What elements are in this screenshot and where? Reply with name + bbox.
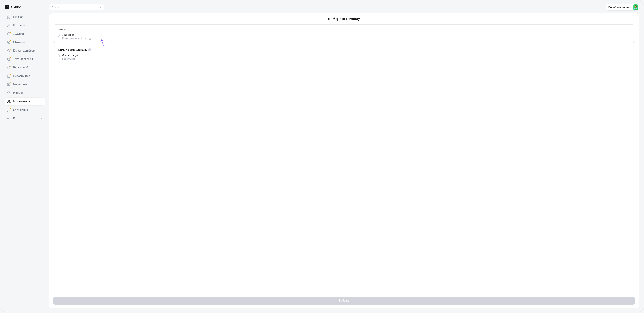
user-name: Воробьев Кирилл: [608, 6, 631, 9]
sidebar-item-label: Сообщения: [13, 109, 28, 112]
sidebar-item-profile[interactable]: Профиль: [4, 21, 45, 29]
option-title: Моя команда: [62, 54, 78, 57]
sidebar-item-tests[interactable]: Тесты и опросы: [4, 55, 45, 63]
option-subtitle: 10 сотрудников · 1 команда: [62, 37, 92, 39]
user-menu[interactable]: Воробьев Кирилл 👨‍💼: [606, 3, 640, 11]
search-input[interactable]: [48, 4, 104, 10]
graduation-icon: [7, 49, 11, 52]
sidebar-item-media[interactable]: Медиатека: [4, 81, 45, 88]
sidebar-item-tasks[interactable]: Задания: [4, 30, 45, 38]
svg-rect-11: [8, 75, 10, 78]
notification-dot: [10, 74, 11, 75]
more-icon: [7, 117, 11, 121]
sidebar-item-label: Задания: [13, 32, 24, 35]
notification-dot: [10, 57, 11, 58]
search-box: [48, 4, 104, 10]
svg-point-18: [8, 100, 9, 102]
sidebar-item-team[interactable]: Моя команда: [4, 97, 45, 106]
chevron-right-icon: [40, 117, 43, 120]
sidebar-item-label: Моя команда: [13, 100, 30, 103]
notification-dot: [10, 49, 11, 50]
sidebar-item-home[interactable]: Главная: [4, 13, 45, 21]
svg-rect-6: [8, 58, 10, 60]
sidebar-item-label: Главная: [13, 15, 23, 18]
help-icon[interactable]: ?: [88, 48, 91, 51]
notification-dot: [10, 40, 11, 41]
option-subtitle: 1 сотрудник: [62, 57, 78, 60]
sidebar-item-label: Курсы партнёров: [13, 49, 34, 52]
card-header: Регион: [57, 28, 631, 31]
trophy-icon: [7, 91, 11, 95]
svg-point-19: [9, 101, 10, 102]
sidebar-item-label: Еще: [13, 117, 18, 120]
sidebar-item-label: База знаний: [13, 66, 28, 69]
home-icon: [7, 15, 11, 19]
notification-dot: [10, 32, 11, 33]
training-icon: [7, 40, 11, 44]
option-title: Волгоград: [62, 33, 92, 36]
media-icon: [7, 83, 11, 86]
main-panel: Выберите команду Регион Волгоград 10 сот…: [48, 13, 640, 309]
svg-point-1: [99, 6, 101, 7]
svg-point-4: [8, 32, 10, 35]
search-icon: [99, 5, 102, 9]
svg-point-3: [8, 24, 9, 25]
sidebar-item-knowledge[interactable]: База знаний: [4, 64, 45, 71]
tasks-icon: [7, 32, 11, 36]
radio-button[interactable]: [57, 54, 60, 57]
logo-icon: [4, 5, 9, 9]
avatar: 👨‍💼: [633, 4, 638, 10]
calendar-icon: [7, 74, 11, 78]
card-header-label: Регион: [57, 28, 66, 31]
panel-title: Выберите команду: [53, 17, 635, 21]
chat-icon: [7, 108, 11, 112]
team-option[interactable]: Волгоград 10 сотрудников · 1 команда: [57, 33, 631, 39]
card-header: Прямой руководитель ?: [57, 48, 631, 51]
logo[interactable]: Эквио: [4, 5, 45, 9]
card-header-label: Прямой руководитель: [57, 48, 87, 51]
sidebar-item-label: Тесты и опросы: [13, 58, 33, 61]
sidebar-item-more[interactable]: Еще: [4, 115, 45, 123]
sidebar-item-events[interactable]: Мероприятия: [4, 72, 45, 80]
radio-button[interactable]: [57, 34, 60, 37]
notification-dot: [10, 108, 11, 109]
team-icon: [7, 100, 11, 103]
sidebar-item-label: Медиатека: [13, 83, 27, 86]
tests-icon: [7, 57, 11, 61]
team-group-region: Регион Волгоград 10 сотрудников · 1 кома…: [53, 24, 635, 43]
svg-rect-15: [8, 83, 10, 86]
sidebar-item-messages[interactable]: Сообщения: [4, 106, 45, 114]
select-button[interactable]: Выбрать: [53, 297, 635, 305]
sidebar-item-partner-courses[interactable]: Курсы партнёров: [4, 47, 45, 55]
svg-line-2: [101, 7, 102, 8]
team-option[interactable]: Моя команда 1 сотрудник: [57, 54, 631, 60]
sidebar-item-label: Обучение: [13, 41, 26, 44]
team-group-manager: Прямой руководитель ? Моя команда 1 сотр…: [53, 45, 635, 63]
sidebar-item-training[interactable]: Обучение: [4, 38, 45, 46]
sidebar-item-label: Рейтинг: [13, 91, 23, 94]
notification-dot: [10, 66, 11, 67]
sidebar-item-label: Мероприятия: [13, 74, 30, 78]
profile-icon: [7, 23, 11, 27]
sidebar: Главная Профиль Задания: [4, 13, 45, 309]
info-icon: [7, 66, 11, 69]
logo-text: Эквио: [11, 5, 21, 9]
notification-dot: [10, 82, 11, 83]
sidebar-item-rating[interactable]: Рейтинг: [4, 89, 45, 97]
sidebar-item-label: Профиль: [13, 24, 25, 27]
